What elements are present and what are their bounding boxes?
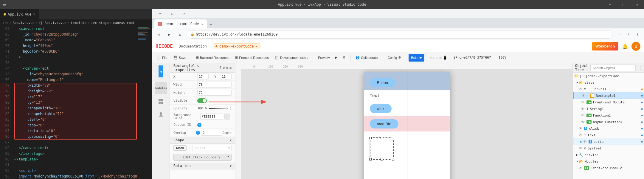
props-menu-icon[interactable]: ≡ — [229, 66, 232, 70]
eye-icon-string1[interactable]: 👁 — [581, 107, 585, 111]
prop-overlap-value[interactable]: 2 — [201, 130, 222, 136]
eye-icon-button[interactable]: 👁 — [583, 140, 587, 144]
back-button[interactable]: ◀ — [154, 30, 163, 39]
vscode-tab-app-ivx[interactable]: App.ivx.vue × — [0, 9, 39, 19]
handle-bl[interactable] — [369, 158, 372, 160]
prop-height-value[interactable]: 72 — [197, 90, 232, 96]
eye-icon-rect1[interactable]: 👁 — [582, 94, 586, 98]
bookmark-icon[interactable]: ☆ — [615, 30, 624, 39]
handle-tr[interactable] — [392, 137, 394, 139]
sidebar-collapse-button[interactable]: ◀ — [159, 65, 163, 77]
eye-icon-click[interactable]: 👁 — [579, 126, 582, 131]
tree-item-function1[interactable]: 👁 F● Function1 ● — [573, 112, 644, 119]
nav-demo-tab[interactable]: ⊙ demo--exportCode ✕ — [213, 43, 260, 49]
tree-item-system1[interactable]: 👁 ⚙ System1 — [573, 145, 644, 152]
tree-item-click[interactable]: 👁 B click ● — [573, 125, 644, 132]
rotation-section-header[interactable]: Rotation ▼ — [170, 163, 235, 169]
object-tree-search[interactable] — [590, 65, 636, 71]
edit-click-boundary-button[interactable]: Edit Click Boundary ? — [173, 154, 232, 161]
browser-restore[interactable]: ❐ — [166, 9, 178, 18]
nav-layout-icon[interactable]: ⊞ — [436, 56, 438, 60]
tree-item-service[interactable]: ▶ 🔧 service — [573, 152, 644, 158]
shape-select-dropdown[interactable]: Select ▼ — [193, 145, 232, 151]
selected-rectangle[interactable] — [370, 137, 394, 160]
new-tab-button[interactable]: + — [207, 20, 215, 28]
close-button[interactable]: ✕ — [630, 0, 644, 9]
zoom-level[interactable]: 100% — [497, 56, 508, 59]
handle-bc[interactable] — [381, 158, 383, 160]
forward-button[interactable]: ▶ — [165, 30, 173, 39]
eye-icon-async[interactable]: 👁 — [581, 120, 585, 124]
handle-br[interactable] — [392, 158, 394, 160]
tree-item-frontend-module[interactable]: 👁 F● Front-end Module ● — [573, 99, 644, 105]
canvas-button-modbtn[interactable]: mod Btn — [370, 119, 398, 128]
tree-item-project[interactable]: 📁 [36]demo--exportCode — [573, 73, 644, 79]
file-button[interactable]: 📄 File — [154, 54, 170, 62]
build-button[interactable]: Build ▶ — [409, 54, 424, 62]
extension-icon[interactable]: ⚡ — [624, 30, 633, 39]
backend-resources-button[interactable]: ⊞ Backend Resources — [194, 54, 232, 62]
frontend-resources-button[interactable]: ⊟ Frontend Resources — [233, 54, 271, 62]
run-button[interactable]: ▶ — [333, 54, 340, 62]
browser-tab-demo[interactable]: demo--exportCode ✕ — [154, 19, 207, 28]
eye-icon-function1[interactable]: 👁 — [581, 113, 585, 117]
device-selector[interactable]: iPhone6/7/8 375*667 — [452, 56, 492, 59]
save-button[interactable]: 💾 Save — [171, 54, 189, 62]
edit-help-icon[interactable]: ? — [227, 155, 229, 159]
tree-item-button[interactable]: ◀ 👁 B button ● — [573, 138, 644, 145]
custom-id-help-icon[interactable]: ? — [197, 123, 201, 127]
tree-item-string1[interactable]: 👁 T String1 ● — [573, 105, 644, 112]
shape-section-header[interactable]: Shape ▼ — [170, 137, 235, 144]
module-icon-1[interactable] — [155, 95, 167, 107]
eye-icon-canvas1[interactable]: 👁 — [579, 87, 582, 91]
browser-tab-close[interactable]: ✕ — [201, 22, 203, 26]
nav-phone-icon[interactable]: 📱 — [443, 56, 447, 60]
tree-item-stage[interactable]: ▼ 📂 stage — [573, 79, 644, 86]
eye-icon-frontend2[interactable]: 👁 — [579, 166, 582, 170]
browser-minimize[interactable]: ─ — [154, 9, 166, 18]
config-button[interactable]: Config ⚙ — [385, 54, 404, 62]
canvas-button-button[interactable]: Button — [370, 78, 395, 87]
eye-icon-text[interactable]: 👁 — [579, 133, 582, 137]
eye-icon-frontend[interactable]: 👁 — [581, 100, 585, 104]
user-avatar[interactable]: U — [631, 42, 640, 51]
preview-button[interactable]: Preview — [316, 54, 332, 62]
prop-x-value[interactable]: 17 — [197, 74, 209, 79]
hamburger-icon[interactable]: ☰ — [2, 2, 6, 7]
props-help-icon[interactable]: ? — [219, 66, 221, 70]
tree-item-canvas1[interactable]: 👁 ▼ Canvas1 ● — [573, 86, 644, 92]
development-steps-button[interactable]: 📋 Development steps — [272, 54, 311, 62]
eye-icon-system1[interactable]: 👁 — [579, 146, 582, 150]
bgcolor-swatch[interactable] — [224, 114, 230, 120]
handle-tc[interactable] — [381, 137, 383, 139]
notification-bell[interactable]: 🔔 — [622, 43, 628, 49]
tree-item-text[interactable]: 👁 T text ● — [573, 132, 644, 138]
demo-tab-close[interactable]: ✕ — [256, 44, 258, 48]
nav-documentation[interactable]: Documentation — [176, 43, 209, 50]
debug-button[interactable]: ⚙ — [340, 54, 348, 62]
tree-item-async-function1[interactable]: 👁 F● async Function1 ● — [573, 119, 644, 125]
visible-toggle-switch[interactable] — [197, 98, 207, 103]
workbench-button[interactable]: Workbench — [592, 42, 618, 51]
canvas-viewport[interactable]: Button Text click — [241, 69, 572, 179]
refresh-button[interactable]: ↻ — [176, 30, 184, 39]
tree-item-frontend-module2[interactable]: 👁 F● Front-end Module — [573, 165, 644, 171]
props-delete-icon[interactable]: ⊗ — [226, 66, 228, 70]
module-icon-2[interactable] — [155, 108, 167, 120]
mask-button[interactable]: Mask — [173, 145, 187, 151]
maximize-button[interactable]: □ — [617, 0, 630, 9]
minimize-button[interactable]: ─ — [603, 0, 617, 9]
overlap-help-icon[interactable]: ? — [196, 131, 200, 135]
modules-label-tab[interactable]: Modules — [155, 82, 167, 94]
object-tree-menu-icon[interactable]: ⋮ — [638, 65, 642, 70]
handle-tl[interactable] — [369, 137, 372, 139]
tab-close-btn[interactable]: × — [33, 13, 35, 16]
canvas-button-click[interactable]: click — [370, 104, 392, 113]
menu-icon[interactable]: ⋮ — [633, 30, 642, 39]
prop-y-value[interactable]: 13 — [221, 74, 232, 79]
tree-item-modules[interactable]: ▼ 📂 Modules — [573, 158, 644, 165]
nav-right-icon[interactable]: ▶ — [433, 56, 435, 60]
prop-width-value[interactable]: 78 — [197, 82, 232, 88]
props-copy-icon[interactable]: ⊕ — [223, 66, 225, 70]
prop-bgcolor-value[interactable]: #E8E8E8 — [200, 114, 223, 120]
